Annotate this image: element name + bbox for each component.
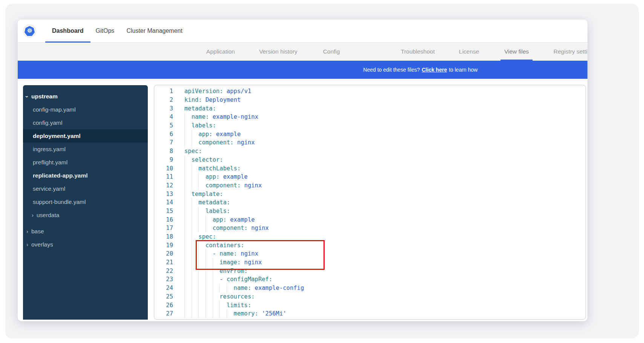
- file-support-bundle-yaml[interactable]: support-bundle.yaml: [23, 195, 148, 208]
- indent-guide: [184, 198, 192, 207]
- file-replicated-app-yaml[interactable]: replicated-app.yaml: [23, 169, 148, 182]
- line-number: 6: [154, 131, 173, 138]
- chevron-right-icon[interactable]: ›: [26, 241, 28, 248]
- yaml-value: example-config: [251, 285, 304, 291]
- line-number: 16: [154, 216, 173, 223]
- tree-item-label: config-map.yaml: [33, 106, 76, 113]
- line-number: 27: [154, 310, 173, 317]
- indent-guide: [192, 130, 199, 138]
- yaml-key: matchLabels:: [198, 165, 241, 172]
- yaml-key: name:: [234, 285, 251, 291]
- click-here-link[interactable]: Click here: [422, 67, 447, 73]
- chevron-down-icon[interactable]: ›: [24, 96, 31, 98]
- indent-guide: [192, 241, 199, 250]
- indent-guide: [184, 284, 192, 292]
- indent-guide: [184, 130, 192, 138]
- indent-guide: [198, 250, 205, 258]
- file-config-map-yaml[interactable]: config-map.yaml: [23, 103, 148, 116]
- indent-guide: [205, 224, 213, 233]
- line-number: 8: [154, 148, 173, 155]
- chevron-right-icon[interactable]: ›: [32, 212, 34, 218]
- yaml-key: envFrom:: [219, 268, 248, 274]
- code-line-13: 13template:: [154, 190, 586, 198]
- yaml-key: spec:: [184, 148, 202, 155]
- line-number: 23: [154, 276, 173, 283]
- tab-dashboard[interactable]: Dashboard: [45, 20, 90, 43]
- indent-guide: [198, 215, 205, 224]
- tree-item-label: overlays: [31, 241, 53, 248]
- indent-guide: [184, 292, 192, 301]
- folder-base[interactable]: ›base: [23, 225, 148, 238]
- yaml-value: nginx: [237, 250, 258, 257]
- code-line-10: 10matchLabels:: [154, 164, 586, 173]
- tab-version-history[interactable]: Version history: [259, 43, 297, 61]
- indent-guide: [184, 275, 192, 284]
- tab-license[interactable]: License: [459, 43, 479, 61]
- indent-guide: [205, 275, 213, 284]
- yaml-value: nginx: [234, 139, 255, 146]
- code-line-26: 26limits:: [154, 301, 586, 309]
- indent-guide: [198, 266, 205, 275]
- kubernetes-logo: ☸: [23, 24, 36, 38]
- tree-item-label: ingress.yaml: [33, 146, 66, 153]
- yaml-file-viewer[interactable]: 1apiVersion: apps/v12kind: Deployment3me…: [154, 85, 586, 320]
- indent-guide: [192, 215, 199, 224]
- yaml-value: '256Mi': [258, 310, 287, 317]
- folder-overlays[interactable]: ›overlays: [23, 238, 148, 251]
- indent-guide: [192, 224, 199, 233]
- file-deployment-yaml[interactable]: deployment.yaml: [23, 129, 148, 142]
- admin-console-window: ☸ Dashboard GitOps Cluster Management Ap…: [18, 20, 587, 321]
- code-line-27: 27memory: '256Mi': [154, 309, 586, 318]
- code-line-16: 16app: example: [154, 215, 586, 224]
- line-number: 21: [154, 259, 173, 266]
- yaml-value: example: [219, 173, 248, 180]
- line-number: 5: [154, 122, 173, 129]
- yaml-key: metadata:: [184, 105, 216, 112]
- indent-guide: [198, 224, 205, 233]
- tab-gitops[interactable]: GitOps: [96, 20, 115, 43]
- line-number: 3: [154, 105, 173, 112]
- indent-guide: [205, 258, 213, 267]
- indent-guide: [205, 292, 213, 301]
- indent-guide: [184, 224, 192, 233]
- code-line-20: 20- name: nginx: [154, 250, 586, 258]
- indent-guide: [213, 275, 220, 284]
- yaml-key: memory:: [234, 310, 258, 317]
- yaml-value: apps/v1: [223, 88, 251, 95]
- folder-userdata[interactable]: ›userdata: [23, 208, 148, 222]
- indent-guide: [184, 207, 192, 216]
- line-number: 4: [154, 113, 173, 120]
- code-line-4: 4name: example-nginx: [154, 113, 586, 121]
- yaml-value: example: [213, 131, 241, 138]
- indent-guide: [192, 275, 199, 284]
- indent-guide: [192, 258, 199, 267]
- line-number: 18: [154, 233, 173, 240]
- indent-guide: [184, 173, 192, 181]
- indent-guide: [184, 266, 192, 275]
- tab-registry-setti[interactable]: Registry setti: [554, 43, 587, 61]
- tab-cluster-management[interactable]: Cluster Management: [126, 20, 182, 43]
- yaml-key: image:: [219, 259, 241, 266]
- code-line-7: 7component: nginx: [154, 138, 586, 147]
- tab-application[interactable]: Application: [206, 43, 235, 61]
- tree-item-label: userdata: [37, 212, 59, 219]
- yaml-key: spec:: [198, 233, 216, 240]
- chevron-right-icon[interactable]: ›: [26, 228, 28, 234]
- kubernetes-wheel-icon: ☸: [25, 26, 35, 36]
- banner-prefix: Need to edit these files?: [363, 67, 420, 73]
- code-line-12: 12component: nginx: [154, 181, 586, 190]
- indent-guide: [192, 233, 199, 241]
- tab-config[interactable]: Config: [323, 43, 340, 61]
- file-ingress-yaml[interactable]: ingress.yaml: [23, 142, 148, 156]
- code-line-6: 6app: example: [154, 130, 586, 138]
- line-number: 20: [154, 250, 173, 257]
- tab-view-files[interactable]: View files: [504, 43, 529, 61]
- tab-troubleshoot[interactable]: Troubleshoot: [401, 43, 435, 61]
- yaml-dash: -: [213, 250, 220, 257]
- folder-upstream[interactable]: ›upstream: [23, 90, 148, 103]
- file-config-yaml[interactable]: config.yaml: [23, 116, 148, 129]
- file-service-yaml[interactable]: service.yaml: [23, 182, 148, 195]
- file-preflight-yaml[interactable]: preflight.yaml: [23, 156, 148, 169]
- yaml-key: configMapRef:: [227, 276, 272, 283]
- yaml-key: kind:: [184, 96, 202, 103]
